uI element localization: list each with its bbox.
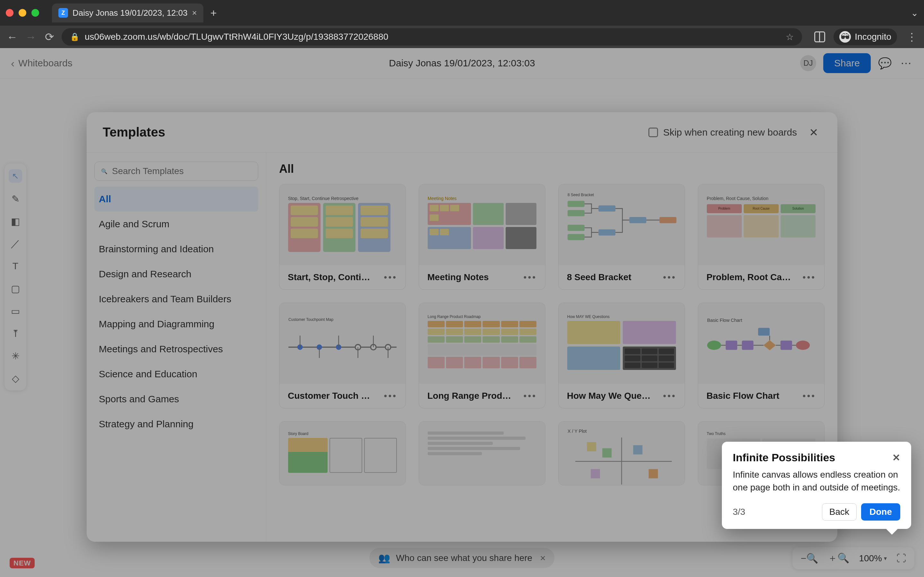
address-bar[interactable]: 🔒 us06web.zoom.us/wb/doc/TLUgwvTtRhW4iL0…: [61, 28, 802, 45]
browser-tab[interactable]: Z Daisy Jonas 19/01/2023, 12:03 ×: [52, 3, 204, 23]
browser-toolbar: ← → ⟳ 🔒 us06web.zoom.us/wb/doc/TLUgwvTtR…: [0, 26, 924, 48]
tab-close-icon[interactable]: ×: [192, 8, 197, 18]
incognito-label: Incognito: [855, 32, 891, 42]
onboarding-popover: Infinite Possibilities ✕ Infinite canvas…: [722, 442, 911, 529]
overflow-menu-icon[interactable]: ⋮: [905, 31, 918, 43]
star-bookmark-icon[interactable]: ☆: [786, 32, 794, 42]
tab-overflow-icon[interactable]: ⌄: [911, 8, 918, 18]
lock-icon: 🔒: [70, 32, 79, 41]
popover-close-icon[interactable]: ✕: [892, 452, 900, 463]
window-minimize-icon[interactable]: [19, 9, 26, 17]
popover-step: 3/3: [733, 507, 745, 517]
nav-forward-icon: →: [24, 31, 37, 43]
app-viewport: ‹ Whiteboards Daisy Jonas 19/01/2023, 12…: [0, 48, 924, 577]
window-controls: [6, 9, 39, 17]
nav-back-icon[interactable]: ←: [6, 31, 19, 43]
zoom-favicon-icon: Z: [58, 8, 68, 18]
popover-done-button[interactable]: Done: [861, 503, 900, 521]
tab-title: Daisy Jonas 19/01/2023, 12:03: [73, 8, 187, 18]
incognito-indicator[interactable]: 🕶 Incognito: [834, 29, 897, 45]
incognito-icon: 🕶: [839, 31, 851, 43]
popover-body: Infinite canvas allows endless creation …: [733, 468, 900, 494]
window-zoom-icon[interactable]: [31, 9, 39, 17]
nav-reload-icon[interactable]: ⟳: [43, 31, 56, 43]
popover-title: Infinite Possibilities: [733, 451, 835, 464]
window-close-icon[interactable]: [6, 9, 13, 17]
popover-back-button[interactable]: Back: [822, 503, 857, 521]
new-tab-button[interactable]: +: [210, 7, 217, 19]
url-text: us06web.zoom.us/wb/doc/TLUgwvTtRhW4iL0FI…: [85, 32, 388, 42]
browser-tab-strip: Z Daisy Jonas 19/01/2023, 12:03 × + ⌄: [0, 0, 924, 26]
side-panel-icon[interactable]: [814, 31, 825, 42]
